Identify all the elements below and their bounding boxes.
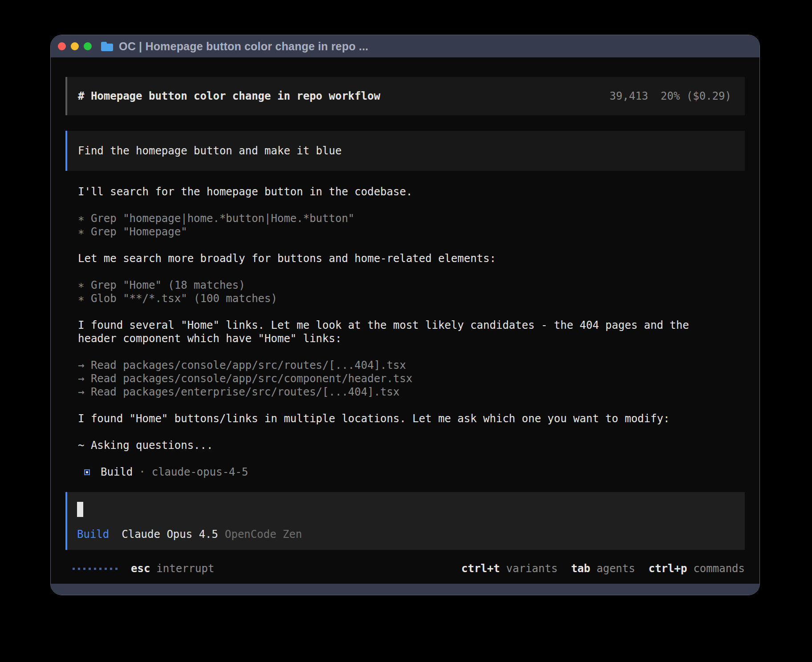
agent-model-id: claude-opus-4-5 xyxy=(152,465,248,479)
folder-icon xyxy=(101,42,113,51)
transcript-line: ∗ Glob "**/*.tsx" (100 matches) xyxy=(78,292,745,305)
transcript-line xyxy=(78,305,745,319)
spinner-dot xyxy=(73,568,75,570)
shortcut-key: ctrl+p xyxy=(649,561,687,576)
shortcut-hint: ctrl+p commands xyxy=(649,561,745,576)
traffic-lights xyxy=(58,42,92,50)
spinner-dot xyxy=(105,568,107,570)
spinner-dot xyxy=(83,568,85,570)
shortcut-label: commands xyxy=(693,561,745,576)
provider-name: OpenCode Zen xyxy=(225,528,302,541)
zoom-button[interactable] xyxy=(84,42,92,50)
shortcut-label: variants xyxy=(506,561,558,576)
model-name[interactable]: Claude Opus 4.5 xyxy=(122,528,218,541)
transcript-line xyxy=(78,238,745,252)
session-header: # Homepage button color change in repo w… xyxy=(65,77,745,115)
agent-name: Build xyxy=(101,465,133,479)
terminal-window: OC | Homepage button color change in rep… xyxy=(50,35,760,595)
transcript-line xyxy=(78,345,745,359)
user-message-text: Find the homepage button and make it blu… xyxy=(78,145,341,157)
transcript-line: → Read packages/console/app/src/routes/[… xyxy=(78,359,745,372)
close-button[interactable] xyxy=(58,42,66,50)
spinner-dot xyxy=(99,568,102,570)
transcript-line xyxy=(78,265,745,279)
transcript-line: I found "Home" buttons/links in multiple… xyxy=(78,412,745,425)
status-left: esc interrupt xyxy=(65,561,214,576)
session-title: # Homepage button color change in repo w… xyxy=(78,90,380,102)
assistant-transcript: I'll search for the homepage button in t… xyxy=(78,185,745,465)
spinner-dot xyxy=(78,568,80,570)
session-usage: 39,413 20% ($0.29) xyxy=(609,90,731,102)
transcript-line: ∗ Grep "homepage|home.*button|Home.*butt… xyxy=(78,212,745,225)
spinner-dot xyxy=(94,568,96,570)
spinner-dot xyxy=(115,568,118,570)
input-status-line: Build Claude Opus 4.5 OpenCode Zen xyxy=(77,528,734,541)
status-shortcuts: ctrl+t variants tab agents ctrl+p comman… xyxy=(461,561,745,576)
transcript-line xyxy=(78,198,745,212)
window-titlebar[interactable]: OC | Homepage button color change in rep… xyxy=(51,35,759,57)
user-message: Find the homepage button and make it blu… xyxy=(65,131,745,171)
shortcut-key: tab xyxy=(571,561,590,576)
transcript-line xyxy=(78,425,745,439)
build-agent-icon xyxy=(84,469,90,475)
transcript-line: ∗ Grep "Home" (18 matches) xyxy=(78,279,745,292)
transcript-line: header component which have "Home" links… xyxy=(78,332,745,345)
prompt-input[interactable]: Build Claude Opus 4.5 OpenCode Zen xyxy=(65,492,745,550)
minimize-button[interactable] xyxy=(71,42,79,50)
transcript-line: Let me search more broadly for buttons a… xyxy=(78,252,745,265)
token-count: 39,413 xyxy=(609,90,648,102)
shortcut-hint: tab agents xyxy=(571,561,635,576)
context-usage: 20% ($0.29) xyxy=(661,90,731,102)
transcript-line xyxy=(78,452,745,465)
interrupt-label: interrupt xyxy=(156,561,214,576)
terminal-content: # Homepage button color change in repo w… xyxy=(51,57,759,584)
transcript-line: I'll search for the homepage button in t… xyxy=(78,185,745,198)
window-title: OC | Homepage button color change in rep… xyxy=(119,40,368,53)
agent-model-separator: · xyxy=(139,465,145,479)
interrupt-key: esc xyxy=(131,561,150,576)
transcript-line: ~ Asking questions... xyxy=(78,439,745,452)
transcript-line: ∗ Grep "Homepage" xyxy=(78,225,745,238)
status-bar: esc interrupt ctrl+t variants tab agents… xyxy=(65,561,745,576)
agent-status-row: Build · claude-opus-4-5 xyxy=(78,465,745,479)
transcript-line: → Read packages/enterprise/src/routes/[.… xyxy=(78,385,745,399)
text-cursor xyxy=(77,502,83,517)
transcript-line: → Read packages/console/app/src/componen… xyxy=(78,372,745,385)
transcript-line: I found several "Home" links. Let me loo… xyxy=(78,319,745,332)
shortcut-label: agents xyxy=(597,561,635,576)
agent-badge[interactable]: Build xyxy=(77,528,109,541)
window-footer-strip xyxy=(51,584,759,595)
spinner-dots xyxy=(73,568,118,570)
shortcut-hint: ctrl+t variants xyxy=(461,561,557,576)
transcript-line xyxy=(78,399,745,412)
shortcut-key: ctrl+t xyxy=(461,561,500,576)
spinner-dot xyxy=(89,568,91,570)
spinner-dot xyxy=(110,568,112,570)
